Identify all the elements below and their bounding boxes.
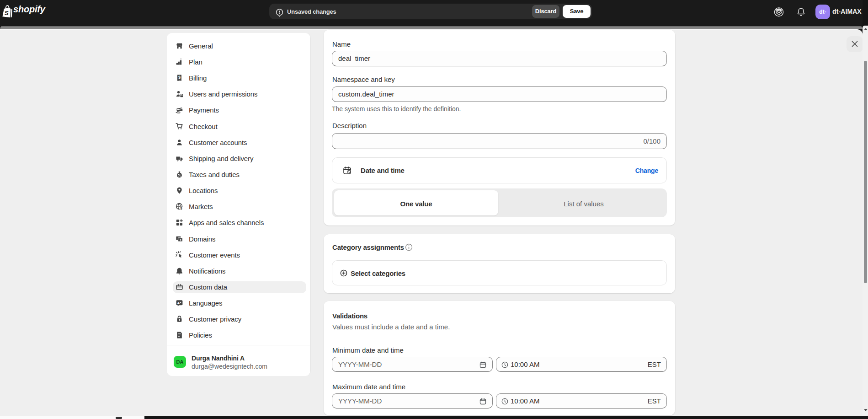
svg-text:A: A <box>177 301 180 305</box>
svg-text:$: $ <box>178 75 181 80</box>
svg-text:S: S <box>5 10 9 16</box>
svg-text:$: $ <box>180 206 182 210</box>
